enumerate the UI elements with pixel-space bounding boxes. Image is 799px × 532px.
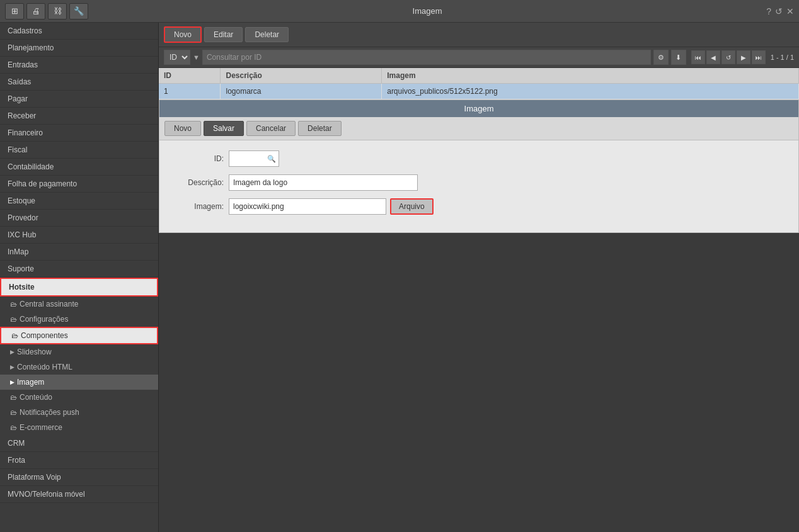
sidebar-item-provedor[interactable]: Provedor [0, 210, 158, 227]
sidebar-item-ecomm-label: E-commerce [20, 423, 62, 432]
sidebar-item-imagem-label: Imagem [17, 378, 44, 387]
sidebar-item-estoque[interactable]: Estoque [0, 193, 158, 210]
main-layout: Cadastros Planejamento Entradas Saídas P… [0, 23, 799, 532]
form-panel: Imagem Novo Salvar Cancelar Deletar ID: … [159, 99, 799, 233]
col-header-imagem[interactable]: Imagem [382, 68, 799, 84]
content-area: Novo Editar Deletar ID ▼ ⚙ ⬇ ⏮ ◀ ↺ ▶ ⏭ 1… [159, 23, 799, 532]
sidebar-item-cadastros[interactable]: Cadastros [0, 23, 158, 40]
id-label: ID: [172, 154, 229, 163]
nav-refresh-btn[interactable]: ↺ [721, 50, 735, 64]
novo-button[interactable]: Novo [164, 26, 202, 43]
share-btn[interactable]: ⛓ [48, 3, 67, 20]
nav-next-btn[interactable]: ▶ [737, 50, 750, 64]
col-header-descricao[interactable]: Descrição [221, 68, 382, 84]
folder-icon6: 🗁 [10, 424, 17, 431]
sidebar-item-hotsite[interactable]: Hotsite [0, 278, 158, 297]
settings-btn[interactable]: 🔧 [69, 3, 88, 20]
filter-input[interactable] [202, 50, 651, 65]
nav-controls: ⏮ ◀ ↺ ▶ ⏭ [691, 50, 766, 64]
nav-first-btn[interactable]: ⏮ [691, 50, 705, 64]
sidebar-item-comp-label: Componentes [21, 331, 68, 340]
deletar-button[interactable]: Deletar [245, 27, 289, 42]
sidebar-item-crm[interactable]: CRM [0, 435, 158, 452]
form-row-imagem: Imagem: Arquivo [172, 198, 786, 215]
sidebar-item-frota[interactable]: Frota [0, 452, 158, 469]
folder-icon4: 🗁 [10, 393, 17, 401]
sidebar-item-mvno[interactable]: MVNO/Telefonia móvel [0, 486, 158, 503]
refresh-icon[interactable]: ↺ [775, 6, 783, 16]
table-wrapper: ID Descrição Imagem 1 logomarca arquivos… [159, 68, 799, 99]
table-row[interactable]: 1 logomarca arquivos_publicos/512x5122.p… [159, 84, 799, 99]
app-title: Imagem [91, 6, 764, 16]
pagination-label: 1 - 1 / 1 [771, 54, 794, 61]
editar-button[interactable]: Editar [204, 27, 243, 42]
nav-last-btn[interactable]: ⏭ [752, 50, 766, 64]
form-novo-button[interactable]: Novo [164, 121, 201, 136]
arquivo-button[interactable]: Arquivo [390, 198, 434, 215]
print-btn[interactable]: 🖨 [26, 3, 45, 20]
sidebar-item-ecommerce[interactable]: 🗁 E-commerce [0, 420, 158, 435]
cell-id: 1 [159, 84, 221, 99]
sidebar-item-entradas[interactable]: Entradas [0, 57, 158, 74]
sidebar-item-contabilidade[interactable]: Contabilidade [0, 159, 158, 176]
arrow-icon2: ▶ [10, 364, 14, 370]
id-search-icon: 🔍 [267, 155, 276, 163]
sidebar-item-slideshow[interactable]: ▶ Slideshow [0, 344, 158, 359]
sidebar-item-planejamento[interactable]: Planejamento [0, 40, 158, 57]
sidebar-item-voip[interactable]: Plataforma Voip [0, 469, 158, 486]
form-deletar-button[interactable]: Deletar [298, 121, 342, 136]
data-table: ID Descrição Imagem 1 logomarca arquivos… [159, 68, 799, 99]
filter-download-btn[interactable]: ⬇ [671, 50, 686, 65]
folder-icon5: 🗁 [10, 409, 17, 416]
sidebar-item-slideshow-label: Slideshow [17, 348, 52, 356]
sidebar-item-central-assinante[interactable]: 🗁 Central assinante [0, 297, 158, 312]
id-input-wrap: 🔍 [229, 150, 279, 167]
sidebar-item-receber[interactable]: Receber [0, 108, 158, 125]
sidebar-item-ixchub[interactable]: IXC Hub [0, 227, 158, 244]
form-salvar-button[interactable]: Salvar [204, 121, 244, 136]
sidebar: Cadastros Planejamento Entradas Saídas P… [0, 23, 159, 532]
top-toolbar: ⊞ 🖨 ⛓ 🔧 Imagem ? ↺ ✕ [0, 0, 799, 23]
sidebar-item-notificacoes[interactable]: 🗁 Notificações push [0, 405, 158, 420]
form-title: Imagem [159, 100, 798, 117]
arrow-icon1: ▶ [10, 349, 14, 355]
sidebar-item-saidas[interactable]: Saídas [0, 74, 158, 91]
filter-bar: ID ▼ ⚙ ⬇ ⏮ ◀ ↺ ▶ ⏭ 1 - 1 / 1 [159, 47, 799, 68]
nav-prev-btn[interactable]: ◀ [706, 50, 720, 64]
folder-icon2: 🗁 [10, 315, 17, 323]
sidebar-item-folha[interactable]: Folha de pagamento [0, 176, 158, 193]
imagem-label: Imagem: [172, 202, 229, 211]
sidebar-item-fiscal[interactable]: Fiscal [0, 142, 158, 159]
action-bar: Novo Editar Deletar [159, 23, 799, 47]
descricao-label: Descrição: [172, 178, 229, 187]
help-icon[interactable]: ? [766, 6, 771, 16]
sidebar-item-notif-label: Notificações push [20, 408, 79, 417]
sidebar-item-componentes[interactable]: 🗁 Componentes [0, 327, 158, 344]
sidebar-item-conteudo-label: Conteúdo [20, 393, 52, 402]
sidebar-item-inmap[interactable]: InMap [0, 244, 158, 261]
filter-select[interactable]: ID [164, 50, 190, 65]
form-body: ID: 🔍 Descrição: Imagem: Arquivo [159, 140, 798, 232]
form-row-descricao: Descrição: [172, 174, 786, 191]
sidebar-item-conteudo[interactable]: 🗁 Conteúdo [0, 390, 158, 405]
sidebar-item-imagem[interactable]: ▶ Imagem [0, 375, 158, 390]
toolbar-right: ? ↺ ✕ [766, 6, 794, 16]
sidebar-item-conteudo-html[interactable]: ▶ Conteúdo HTML [0, 359, 158, 375]
form-row-id: ID: 🔍 [172, 150, 786, 167]
sidebar-item-html-label: Conteúdo HTML [17, 363, 72, 371]
sidebar-item-pagar[interactable]: Pagar [0, 91, 158, 108]
cell-imagem: arquivos_publicos/512x5122.png [382, 84, 799, 99]
filter-search-btn[interactable]: ⚙ [653, 50, 669, 65]
cell-descricao: logomarca [221, 84, 382, 99]
sidebar-item-financeiro[interactable]: Financeiro [0, 125, 158, 142]
sidebar-item-suporte[interactable]: Suporte [0, 261, 158, 278]
form-cancelar-button[interactable]: Cancelar [246, 121, 296, 136]
imagem-input[interactable] [229, 198, 386, 215]
col-header-id[interactable]: ID [159, 68, 221, 84]
sidebar-item-configuracoes[interactable]: 🗁 Configurações [0, 312, 158, 327]
descricao-input[interactable] [229, 174, 418, 191]
close-icon[interactable]: ✕ [786, 6, 794, 16]
folder-icon: 🗁 [10, 300, 17, 308]
table-header-row: ID Descrição Imagem [159, 68, 799, 84]
screen-btn[interactable]: ⊞ [5, 3, 24, 20]
